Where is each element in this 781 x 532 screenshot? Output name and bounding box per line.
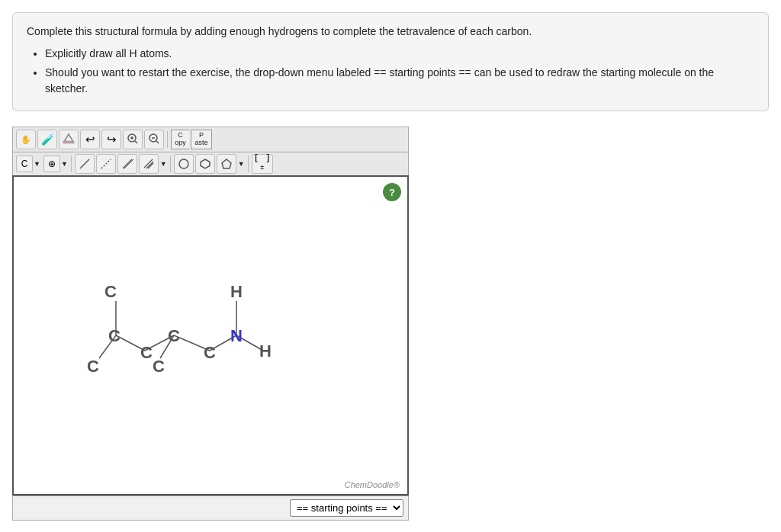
copy-label: Copy <box>175 132 186 147</box>
toolbar-separator-3 <box>170 155 171 172</box>
sketcher-wrapper: ✋ 🧪 ↩ ↪ <box>12 127 409 521</box>
starting-points-dropdown[interactable]: == starting points == <box>290 499 403 517</box>
svg-rect-1 <box>63 141 74 143</box>
toolbar-top: ✋ 🧪 ↩ ↪ <box>12 127 409 152</box>
undo-icon: ↩ <box>85 133 95 146</box>
charge-plus-button[interactable]: ⊕ <box>43 155 60 172</box>
bullet-1: Explicitly draw all H atoms. <box>45 46 754 62</box>
eraser-icon <box>63 133 75 146</box>
ring-hex-button[interactable] <box>195 154 215 174</box>
svg-line-8 <box>156 141 159 143</box>
double-bond-button[interactable] <box>139 154 159 174</box>
toolbar-separator-1 <box>167 131 168 148</box>
svg-text:C: C <box>108 326 121 345</box>
bracket-button[interactable]: [ ]± <box>252 154 273 174</box>
bond-dropdown-arrow[interactable]: ▼ <box>160 160 167 168</box>
molecule-diagram: C C C C C C C N H H <box>61 259 320 412</box>
atom-icon: 🧪 <box>41 133 54 146</box>
svg-text:H: H <box>230 282 243 301</box>
paste-button[interactable]: Paste <box>191 130 212 149</box>
svg-marker-18 <box>222 159 231 168</box>
eraser-tool-button[interactable] <box>59 130 79 149</box>
toolbar-separator-2 <box>71 155 72 172</box>
svg-text:C: C <box>87 357 99 376</box>
bottom-bar: == starting points == <box>12 495 409 521</box>
toolbar-separator-4 <box>248 155 249 172</box>
bracket-icon: [ ]± <box>252 152 272 175</box>
zoom-in-icon <box>127 133 139 146</box>
ring-circle-button[interactable] <box>174 154 194 174</box>
atom-tool-button[interactable]: 🧪 <box>37 130 57 149</box>
ring-pent-button[interactable] <box>217 154 236 174</box>
svg-point-16 <box>179 159 188 168</box>
svg-marker-17 <box>201 159 210 168</box>
copy-button[interactable]: Copy <box>171 130 189 149</box>
main-instruction: Complete this structural formula by addi… <box>27 24 754 40</box>
svg-line-12 <box>124 159 133 168</box>
ring-dropdown-arrow[interactable]: ▼ <box>238 160 245 168</box>
help-button[interactable]: ? <box>383 183 401 201</box>
svg-text:N: N <box>230 326 243 345</box>
element-c-button[interactable]: C <box>16 155 33 172</box>
svg-text:C: C <box>153 357 165 376</box>
hand-tool-button[interactable]: ✋ <box>16 130 36 149</box>
charge-dropdown-arrow[interactable]: ▼ <box>61 160 68 168</box>
redo-button[interactable]: ↪ <box>101 130 121 149</box>
zoom-out-icon <box>148 133 160 146</box>
svg-text:C: C <box>204 343 216 362</box>
bullet-2: Should you want to restart the exercise,… <box>45 65 754 97</box>
dashed-bond-button[interactable] <box>96 154 116 174</box>
svg-text:C: C <box>140 343 153 362</box>
undo-button[interactable]: ↩ <box>80 130 100 149</box>
svg-line-5 <box>135 141 137 143</box>
toolbar-bottom: C ▼ ⊕ ▼ ▼ <box>12 152 409 175</box>
element-dropdown-arrow[interactable]: ▼ <box>34 160 40 168</box>
svg-line-14 <box>146 162 153 168</box>
hand-icon: ✋ <box>21 135 31 145</box>
svg-line-10 <box>101 159 111 168</box>
zoom-out-button[interactable] <box>144 130 164 149</box>
svg-marker-0 <box>64 134 73 142</box>
chemdoodle-label: ChemDoodle® <box>345 480 400 489</box>
single-bond-button[interactable] <box>75 154 95 174</box>
paste-label: Paste <box>194 132 207 147</box>
molecule-canvas[interactable]: ? C C <box>12 175 409 495</box>
help-icon: ? <box>389 187 395 198</box>
svg-text:H: H <box>259 341 272 361</box>
svg-text:C: C <box>104 282 117 301</box>
bold-bond-button[interactable] <box>117 154 137 174</box>
svg-line-11 <box>123 159 132 168</box>
instruction-box: Complete this structural formula by addi… <box>12 12 769 111</box>
redo-icon: ↪ <box>107 133 117 146</box>
svg-line-9 <box>80 159 89 168</box>
svg-text:C: C <box>168 326 180 345</box>
zoom-in-button[interactable] <box>123 130 143 149</box>
